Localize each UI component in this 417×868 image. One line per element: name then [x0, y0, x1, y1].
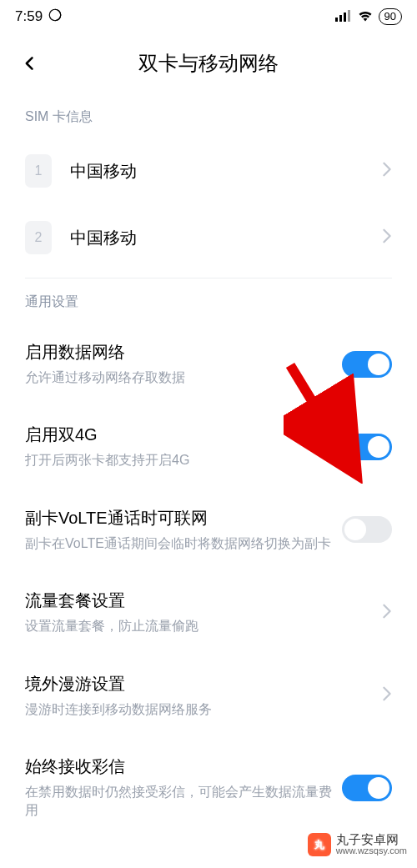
setting-dual-4g[interactable]: 启用双4G 打开后两张卡都支持开启4G — [25, 405, 392, 488]
svg-rect-1 — [335, 18, 338, 22]
chevron-right-icon — [382, 228, 392, 247]
wifi-icon — [357, 8, 374, 26]
setting-title: 副卡VoLTE通话时可联网 — [25, 507, 332, 529]
page-header: 双卡与移动网络 — [0, 33, 417, 93]
sim-carrier-name: 中国移动 — [70, 227, 382, 249]
watermark-name: 丸子安卓网 — [336, 833, 407, 846]
sim-slot-number: 2 — [25, 221, 52, 254]
svg-rect-2 — [339, 15, 342, 22]
setting-desc: 设置流量套餐，防止流量偷跑 — [25, 617, 372, 635]
signal-icon — [335, 8, 352, 26]
section-label-general: 通用设置 — [25, 294, 392, 311]
sim-card-1[interactable]: 1 中国移动 — [25, 138, 392, 204]
toggle-mms-always[interactable] — [342, 775, 392, 801]
svg-rect-3 — [344, 13, 346, 22]
setting-title: 始终接收彩信 — [25, 755, 332, 778]
status-right: 90 — [335, 8, 402, 26]
chevron-right-icon — [382, 162, 392, 180]
setting-desc: 在禁用数据时仍然接受彩信，可能会产生数据流量费用 — [25, 783, 332, 820]
activity-icon — [48, 8, 63, 27]
svg-rect-4 — [348, 10, 350, 22]
page-title: 双卡与移动网络 — [138, 50, 279, 77]
setting-volte-secondary[interactable]: 副卡VoLTE通话时可联网 副卡在VoLTE通话期间会临时将数据网络切换为副卡 — [25, 489, 392, 571]
watermark-url: www.wzsqsy.com — [336, 846, 407, 856]
sim-card-2[interactable]: 2 中国移动 — [25, 204, 392, 271]
setting-desc: 打开后两张卡都支持开启4G — [25, 451, 332, 469]
sim-carrier-name: 中国移动 — [70, 160, 382, 183]
status-left: 7:59 — [15, 8, 63, 27]
chevron-right-icon — [382, 604, 392, 622]
setting-title: 流量套餐设置 — [25, 590, 372, 612]
setting-desc: 副卡在VoLTE通话期间会临时将数据网络切换为副卡 — [25, 534, 332, 553]
status-bar: 7:59 90 — [0, 0, 417, 33]
status-time: 7:59 — [15, 8, 43, 25]
setting-title: 启用数据网络 — [25, 341, 332, 364]
section-label-sim: SIM 卡信息 — [25, 108, 392, 126]
toggle-mobile-data[interactable] — [342, 351, 392, 378]
setting-title: 启用双4G — [25, 424, 332, 446]
setting-mobile-data[interactable]: 启用数据网络 允许通过移动网络存取数据 — [25, 323, 392, 405]
setting-roaming[interactable]: 境外漫游设置 漫游时连接到移动数据网络服务 — [25, 655, 392, 737]
watermark: 丸 丸子安卓网 www.wzsqsy.com — [308, 833, 407, 856]
watermark-logo-icon: 丸 — [308, 833, 331, 856]
setting-desc: 允许通过移动网络存取数据 — [25, 369, 332, 387]
battery-indicator: 90 — [379, 8, 402, 25]
back-button[interactable] — [20, 53, 40, 73]
chevron-right-icon — [382, 686, 392, 705]
divider — [25, 278, 392, 278]
setting-data-plan[interactable]: 流量套餐设置 设置流量套餐，防止流量偷跑 — [25, 571, 392, 654]
setting-mms-always[interactable]: 始终接收彩信 在禁用数据时仍然接受彩信，可能会产生数据流量费用 — [25, 737, 392, 839]
toggle-dual-4g[interactable] — [342, 434, 392, 460]
setting-desc: 漫游时连接到移动数据网络服务 — [25, 700, 372, 719]
sim-slot-number: 1 — [25, 154, 52, 188]
toggle-volte-secondary[interactable] — [342, 516, 392, 543]
setting-title: 境外漫游设置 — [25, 673, 372, 695]
